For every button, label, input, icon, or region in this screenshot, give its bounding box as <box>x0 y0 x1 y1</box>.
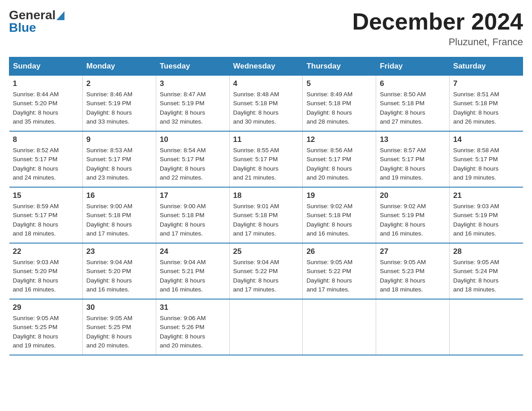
day-info: Sunrise: 9:00 AM Sunset: 5:18 PM Dayligh… <box>86 202 152 238</box>
calendar-cell: 27 Sunrise: 9:05 AM Sunset: 5:23 PM Dayl… <box>376 243 450 299</box>
day-number: 19 <box>306 191 372 200</box>
day-info: Sunrise: 9:06 AM Sunset: 5:26 PM Dayligh… <box>160 314 226 350</box>
day-info: Sunrise: 9:00 AM Sunset: 5:18 PM Dayligh… <box>160 202 226 238</box>
day-number: 3 <box>160 79 226 88</box>
calendar-week-row: 22 Sunrise: 9:03 AM Sunset: 5:20 PM Dayl… <box>9 243 523 299</box>
day-info: Sunrise: 9:05 AM Sunset: 5:24 PM Dayligh… <box>453 258 519 294</box>
day-number: 2 <box>86 79 152 88</box>
day-info: Sunrise: 8:48 AM Sunset: 5:18 PM Dayligh… <box>233 90 299 126</box>
day-info: Sunrise: 9:01 AM Sunset: 5:18 PM Dayligh… <box>233 202 299 238</box>
page-title: December 2024 <box>352 9 523 34</box>
day-info: Sunrise: 8:52 AM Sunset: 5:17 PM Dayligh… <box>13 146 79 182</box>
day-number: 22 <box>13 247 79 256</box>
day-number: 29 <box>13 303 79 312</box>
day-number: 17 <box>160 191 226 200</box>
calendar-cell: 14 Sunrise: 8:58 AM Sunset: 5:17 PM Dayl… <box>450 131 523 187</box>
col-sunday: Sunday <box>9 57 83 76</box>
logo-blue-text: Blue <box>9 21 36 34</box>
day-info: Sunrise: 9:04 AM Sunset: 5:21 PM Dayligh… <box>160 258 226 294</box>
calendar-cell: 28 Sunrise: 9:05 AM Sunset: 5:24 PM Dayl… <box>450 243 523 299</box>
calendar-cell <box>376 299 450 355</box>
day-number: 15 <box>13 191 79 200</box>
day-number: 21 <box>453 191 519 200</box>
logo-triangle-icon <box>56 11 64 20</box>
calendar-week-row: 15 Sunrise: 8:59 AM Sunset: 5:17 PM Dayl… <box>9 187 523 243</box>
calendar-cell: 31 Sunrise: 9:06 AM Sunset: 5:26 PM Dayl… <box>156 299 229 355</box>
day-info: Sunrise: 9:03 AM Sunset: 5:19 PM Dayligh… <box>453 202 519 238</box>
col-monday: Monday <box>82 57 156 76</box>
page-subtitle: Pluzunet, France <box>352 36 523 48</box>
calendar-cell: 1 Sunrise: 8:44 AM Sunset: 5:20 PM Dayli… <box>9 76 83 132</box>
day-info: Sunrise: 9:03 AM Sunset: 5:20 PM Dayligh… <box>13 258 79 294</box>
day-number: 28 <box>453 247 519 256</box>
day-info: Sunrise: 8:58 AM Sunset: 5:17 PM Dayligh… <box>453 146 519 182</box>
day-number: 1 <box>13 79 79 88</box>
calendar-cell: 20 Sunrise: 9:02 AM Sunset: 5:19 PM Dayl… <box>376 187 450 243</box>
calendar-cell <box>450 299 523 355</box>
day-number: 14 <box>453 135 519 144</box>
col-saturday: Saturday <box>450 57 523 76</box>
day-number: 7 <box>453 79 519 88</box>
calendar-cell: 21 Sunrise: 9:03 AM Sunset: 5:19 PM Dayl… <box>450 187 523 243</box>
day-number: 5 <box>306 79 372 88</box>
logo: General Blue <box>9 9 64 34</box>
day-info: Sunrise: 9:05 AM Sunset: 5:25 PM Dayligh… <box>86 314 152 350</box>
day-info: Sunrise: 8:46 AM Sunset: 5:19 PM Dayligh… <box>86 90 152 126</box>
day-number: 11 <box>233 135 299 144</box>
calendar-cell <box>303 299 376 355</box>
calendar-cell: 24 Sunrise: 9:04 AM Sunset: 5:21 PM Dayl… <box>156 243 229 299</box>
calendar-cell: 23 Sunrise: 9:04 AM Sunset: 5:20 PM Dayl… <box>82 243 156 299</box>
calendar-cell: 7 Sunrise: 8:51 AM Sunset: 5:18 PM Dayli… <box>450 76 523 132</box>
day-info: Sunrise: 8:47 AM Sunset: 5:19 PM Dayligh… <box>160 90 226 126</box>
svg-marker-0 <box>56 11 64 20</box>
page-header: General Blue December 2024 Pluzunet, Fra… <box>9 9 523 48</box>
col-tuesday: Tuesday <box>156 57 229 76</box>
day-info: Sunrise: 9:02 AM Sunset: 5:18 PM Dayligh… <box>306 202 372 238</box>
day-info: Sunrise: 8:59 AM Sunset: 5:17 PM Dayligh… <box>13 202 79 238</box>
day-info: Sunrise: 9:05 AM Sunset: 5:25 PM Dayligh… <box>13 314 79 350</box>
calendar-week-row: 29 Sunrise: 9:05 AM Sunset: 5:25 PM Dayl… <box>9 299 523 355</box>
day-info: Sunrise: 8:55 AM Sunset: 5:17 PM Dayligh… <box>233 146 299 182</box>
day-info: Sunrise: 8:56 AM Sunset: 5:17 PM Dayligh… <box>306 146 372 182</box>
calendar-cell: 16 Sunrise: 9:00 AM Sunset: 5:18 PM Dayl… <box>82 187 156 243</box>
day-number: 26 <box>306 247 372 256</box>
calendar-cell: 12 Sunrise: 8:56 AM Sunset: 5:17 PM Dayl… <box>303 131 376 187</box>
day-info: Sunrise: 9:05 AM Sunset: 5:22 PM Dayligh… <box>306 258 372 294</box>
day-number: 13 <box>380 135 446 144</box>
day-number: 16 <box>86 191 152 200</box>
day-number: 31 <box>160 303 226 312</box>
day-number: 8 <box>13 135 79 144</box>
day-info: Sunrise: 8:50 AM Sunset: 5:18 PM Dayligh… <box>380 90 446 126</box>
day-info: Sunrise: 8:51 AM Sunset: 5:18 PM Dayligh… <box>453 90 519 126</box>
day-info: Sunrise: 9:05 AM Sunset: 5:23 PM Dayligh… <box>380 258 446 294</box>
col-thursday: Thursday <box>303 57 376 76</box>
day-info: Sunrise: 8:44 AM Sunset: 5:20 PM Dayligh… <box>13 90 79 126</box>
col-friday: Friday <box>376 57 450 76</box>
calendar-week-row: 8 Sunrise: 8:52 AM Sunset: 5:17 PM Dayli… <box>9 131 523 187</box>
day-info: Sunrise: 9:02 AM Sunset: 5:19 PM Dayligh… <box>380 202 446 238</box>
calendar-cell: 19 Sunrise: 9:02 AM Sunset: 5:18 PM Dayl… <box>303 187 376 243</box>
calendar-week-row: 1 Sunrise: 8:44 AM Sunset: 5:20 PM Dayli… <box>9 76 523 132</box>
day-info: Sunrise: 9:04 AM Sunset: 5:22 PM Dayligh… <box>233 258 299 294</box>
day-info: Sunrise: 8:54 AM Sunset: 5:17 PM Dayligh… <box>160 146 226 182</box>
calendar-cell <box>229 299 303 355</box>
calendar-table: Sunday Monday Tuesday Wednesday Thursday… <box>9 57 523 355</box>
calendar-cell: 3 Sunrise: 8:47 AM Sunset: 5:19 PM Dayli… <box>156 76 229 132</box>
calendar-cell: 2 Sunrise: 8:46 AM Sunset: 5:19 PM Dayli… <box>82 76 156 132</box>
day-number: 10 <box>160 135 226 144</box>
calendar-cell: 25 Sunrise: 9:04 AM Sunset: 5:22 PM Dayl… <box>229 243 303 299</box>
day-info: Sunrise: 8:53 AM Sunset: 5:17 PM Dayligh… <box>86 146 152 182</box>
calendar-cell: 30 Sunrise: 9:05 AM Sunset: 5:25 PM Dayl… <box>82 299 156 355</box>
day-number: 23 <box>86 247 152 256</box>
calendar-cell: 11 Sunrise: 8:55 AM Sunset: 5:17 PM Dayl… <box>229 131 303 187</box>
day-number: 30 <box>86 303 152 312</box>
calendar-cell: 17 Sunrise: 9:00 AM Sunset: 5:18 PM Dayl… <box>156 187 229 243</box>
title-area: December 2024 Pluzunet, France <box>352 9 523 48</box>
day-number: 4 <box>233 79 299 88</box>
calendar-cell: 6 Sunrise: 8:50 AM Sunset: 5:18 PM Dayli… <box>376 76 450 132</box>
calendar-cell: 4 Sunrise: 8:48 AM Sunset: 5:18 PM Dayli… <box>229 76 303 132</box>
calendar-cell: 8 Sunrise: 8:52 AM Sunset: 5:17 PM Dayli… <box>9 131 83 187</box>
day-number: 24 <box>160 247 226 256</box>
calendar-cell: 22 Sunrise: 9:03 AM Sunset: 5:20 PM Dayl… <box>9 243 83 299</box>
day-number: 25 <box>233 247 299 256</box>
